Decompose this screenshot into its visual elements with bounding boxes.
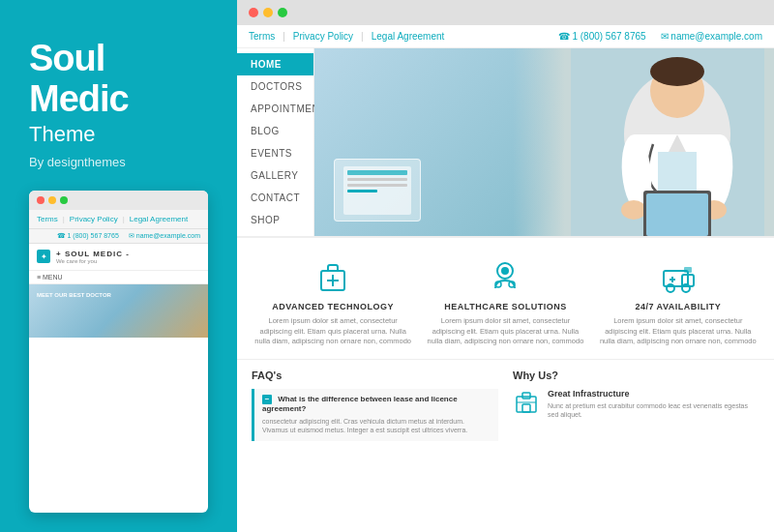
mini-wrench-icon: ✦ [37, 250, 50, 263]
medical-bag-icon [313, 257, 352, 296]
site-main-nav: HOME DOCTORS APPOINTMENTS BLOG EVENTS GA… [237, 48, 774, 237]
healthcare-icon [486, 257, 524, 296]
nav-appointments[interactable]: APPOINTMENTS [237, 98, 313, 120]
features-section: ADVANCED TECHNOLOGY Lorem ipsum dolor si… [237, 237, 774, 359]
mini-menu[interactable]: ≡ MENU [29, 271, 208, 284]
feature-healthcare: HEALTHCARE SOLUTIONS Lorem ipsum dolor s… [424, 257, 586, 347]
mini-browser-bar [29, 191, 208, 210]
mini-email: ✉ name@example.com [129, 232, 200, 240]
svg-rect-33 [522, 404, 530, 412]
right-panel: Terms | Privacy Policy | Legal Agreement… [237, 0, 774, 532]
mini-contact-bar: ☎ 1 (800) 567 8765 ✉ name@example.com [29, 229, 208, 244]
tablet-mockup [334, 159, 421, 222]
mini-logo-area: ✦ + SOUL MEDIC - We care for you [29, 244, 208, 271]
sep1: | [283, 31, 285, 42]
theme-title: Soul Medic [29, 39, 208, 120]
privacy-link[interactable]: Privacy Policy [293, 31, 353, 42]
contact-bar: ☎ 1 (800) 567 8765 ✉ name@example.com [558, 31, 762, 42]
browser-dot-red[interactable] [249, 8, 258, 17]
faq-item-1: − What is the difference between lease a… [252, 389, 498, 442]
svg-point-21 [501, 267, 509, 275]
mini-dot-yellow [48, 196, 56, 204]
faq-answer-1: consectetur adipiscing elit. Cras vehicu… [262, 417, 491, 427]
feature-title-2: HEALTHCARE SOLUTIONS [424, 302, 586, 311]
mini-terms-link[interactable]: Terms [37, 215, 58, 223]
left-panel: Soul Medic Theme By designthemes Terms |… [0, 0, 237, 532]
terms-link[interactable]: Terms [249, 31, 275, 42]
theme-subtitle: Theme [29, 122, 208, 147]
nav-menu: HOME DOCTORS APPOINTMENTS BLOG EVENTS GA… [237, 48, 314, 236]
feature-text-2: Lorem ipsum dolor sit amet, consectetur … [424, 316, 586, 347]
faq-answer-2: Vivamus ut euismod metus. Integer a est … [262, 426, 491, 435]
nav-shop[interactable]: SHOP [237, 209, 313, 231]
mini-phone: ☎ 1 (800) 567 8765 [57, 232, 119, 240]
mini-sep2: | [123, 215, 125, 223]
nav-doctors[interactable]: DOCTORS [237, 75, 313, 98]
mini-logo-text: + SOUL MEDIC - [56, 250, 130, 258]
svg-rect-30 [684, 267, 692, 273]
nav-blog[interactable]: BLOG [237, 120, 313, 142]
feature-availability: 24/7 AVAILABILITY Lorem ipsum dolor sit … [597, 257, 759, 347]
site-top-links: Terms | Privacy Policy | Legal Agreement… [237, 25, 774, 48]
mini-privacy-link[interactable]: Privacy Policy [70, 215, 118, 223]
feature-text-1: Lorem ipsum dolor sit amet, consectetur … [252, 316, 414, 347]
feature-advanced-tech: ADVANCED TECHNOLOGY Lorem ipsum dolor si… [252, 257, 414, 347]
browser-chrome [237, 0, 774, 25]
why-column: Why Us? Great Infrastructure Nunc at pre… [513, 369, 759, 447]
mini-legal-link[interactable]: Legal Agreement [130, 215, 189, 223]
faq-question: − What is the difference between lease a… [262, 395, 491, 413]
svg-point-3 [650, 57, 704, 86]
email-address: ✉ name@example.com [661, 31, 762, 42]
doctor-illustration [513, 48, 774, 236]
svg-rect-16 [646, 193, 708, 236]
mini-dot-green [60, 196, 68, 204]
svg-rect-32 [522, 393, 530, 399]
mini-nav-links: Terms | Privacy Policy | Legal Agreement [29, 210, 208, 229]
mini-dot-red [37, 196, 45, 204]
svg-point-13 [621, 200, 646, 220]
why-title: Why Us? [513, 369, 759, 381]
browser-dot-yellow[interactable] [263, 8, 273, 17]
feature-text-3: Lorem ipsum dolor sit amet, consectetur … [597, 316, 759, 347]
mini-logo-sub: We care for you [56, 258, 130, 264]
faq-minus-icon[interactable]: − [262, 395, 272, 404]
faq-column: FAQ's − What is the difference between l… [252, 369, 498, 447]
nav-home[interactable]: HOME [237, 53, 313, 75]
feature-title-3: 24/7 AVAILABILITY [597, 302, 759, 311]
why-item-title: Great Infrastructure [548, 389, 759, 399]
hero-area [314, 48, 774, 236]
faq-title: FAQ's [252, 369, 498, 381]
feature-title-1: ADVANCED TECHNOLOGY [252, 302, 414, 311]
sep2: | [361, 31, 364, 42]
mini-hero-text: MEET OUR BEST DOCTOR [37, 292, 111, 298]
mini-sep1: | [63, 215, 65, 223]
mini-hero: MEET OUR BEST DOCTOR [29, 284, 208, 338]
bottom-section: FAQ's − What is the difference between l… [237, 359, 774, 457]
doctor-svg [551, 48, 774, 236]
legal-link[interactable]: Legal Agreement [372, 31, 445, 42]
nav-events[interactable]: EVENTS [237, 142, 313, 164]
mini-browser-mockup: Terms | Privacy Policy | Legal Agreement… [29, 191, 208, 513]
theme-by: By designthemes [29, 155, 208, 169]
browser-dot-green[interactable] [278, 8, 287, 17]
phone-number: ☎ 1 (800) 567 8765 [558, 31, 646, 42]
why-item-1: Great Infrastructure Nunc at pretium est… [513, 389, 759, 421]
infrastructure-icon [513, 389, 540, 416]
nav-contact[interactable]: CONTACT [237, 187, 313, 209]
nav-gallery[interactable]: GALLERY [237, 164, 313, 187]
why-item-text: Nunc at pretium est curabitur commodo le… [548, 401, 759, 421]
ambulance-icon [659, 257, 698, 296]
browser-content: Terms | Privacy Policy | Legal Agreement… [237, 25, 774, 532]
